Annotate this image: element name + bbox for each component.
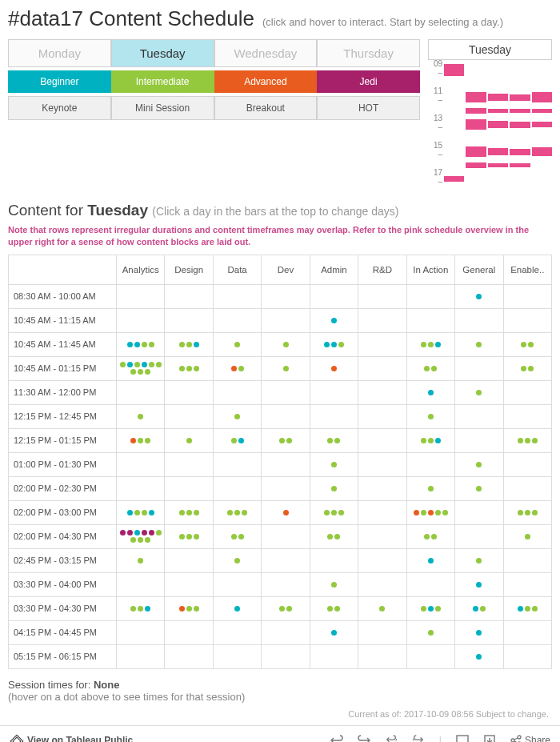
session-dot[interactable] [142,342,147,347]
session-dot[interactable] [525,534,530,539]
session-dot[interactable] [186,534,192,539]
session-dot[interactable] [179,342,185,347]
session-dot[interactable] [194,342,199,347]
session-dot[interactable] [525,606,530,612]
session-dot[interactable] [138,606,143,612]
session-dot[interactable] [428,342,434,347]
session-dot[interactable] [242,510,247,515]
session-dot[interactable] [138,537,143,543]
session-dot[interactable] [138,369,143,375]
session-dot[interactable] [518,606,523,612]
session-dot[interactable] [324,510,330,515]
session-dot[interactable] [528,342,534,347]
session-dot[interactable] [227,510,233,515]
session-dot[interactable] [283,510,289,515]
session-dot[interactable] [231,366,237,371]
session-dot[interactable] [476,462,482,467]
session-dot[interactable] [476,294,482,299]
session-dot[interactable] [521,342,526,347]
session-dot[interactable] [334,606,340,612]
col-admin[interactable]: Admin [310,255,358,284]
session-dot[interactable] [476,654,482,660]
download-icon[interactable] [483,734,496,742]
col-general[interactable]: General [455,255,503,284]
session-dot[interactable] [334,534,340,539]
session-dot[interactable] [186,510,192,515]
session-dot[interactable] [130,438,136,443]
session-dot[interactable] [476,558,482,564]
session-dot[interactable] [528,366,534,371]
session-dot[interactable] [473,606,478,612]
session-dot[interactable] [138,414,143,419]
session-dot[interactable] [428,438,434,443]
session-dot[interactable] [428,558,434,564]
session-dot[interactable] [331,342,337,347]
session-dot[interactable] [424,366,430,371]
session-dot[interactable] [442,510,448,515]
session-dot[interactable] [331,582,337,588]
session-dot[interactable] [428,606,434,612]
type-keynote[interactable]: Keynote [8,96,111,120]
session-dot[interactable] [130,606,136,612]
session-dot[interactable] [130,369,136,375]
session-dot[interactable] [435,438,441,443]
share-button[interactable]: Share [510,735,550,742]
session-dot[interactable] [186,342,192,347]
presentation-icon[interactable] [456,734,469,742]
view-on-public-button[interactable]: View on Tableau Public [10,734,133,742]
session-dot[interactable] [138,438,143,443]
session-dot[interactable] [421,510,426,515]
level-intermediate[interactable]: Intermediate [111,70,214,93]
session-dot[interactable] [194,606,199,612]
session-dot[interactable] [134,342,140,347]
session-dot[interactable] [145,369,150,375]
session-dot[interactable] [120,530,126,535]
session-dot[interactable] [424,534,430,539]
session-dot[interactable] [156,530,162,535]
session-dot[interactable] [194,534,199,539]
col-enable-[interactable]: Enable.. [503,255,552,284]
session-dot[interactable] [186,606,192,612]
session-dot[interactable] [127,362,133,367]
session-dot[interactable] [532,438,538,443]
session-dot[interactable] [145,537,150,543]
overview-chart[interactable]: Tuesday 09 –11 –13 –15 –17 – [428,39,552,186]
session-dot[interactable] [525,438,530,443]
col-in-action[interactable]: In Action [406,255,454,284]
session-dot[interactable] [331,486,337,491]
session-dot[interactable] [327,534,333,539]
session-dot[interactable] [234,414,240,419]
tab-wednesday[interactable]: Wednesday [214,39,318,67]
session-dot[interactable] [179,510,185,515]
session-dot[interactable] [518,438,523,443]
session-dot[interactable] [286,606,292,612]
session-dot[interactable] [331,366,337,371]
session-dot[interactable] [521,366,526,371]
session-dot[interactable] [421,342,426,347]
session-dot[interactable] [127,510,133,515]
session-dot[interactable] [283,366,289,371]
tab-thursday[interactable]: Thursday [317,39,420,67]
session-dot[interactable] [138,558,143,564]
type-breakout[interactable]: Breakout [214,96,318,120]
session-dot[interactable] [435,510,441,515]
session-dot[interactable] [145,606,150,612]
session-dot[interactable] [156,362,162,367]
level-advanced[interactable]: Advanced [214,70,318,93]
session-dot[interactable] [476,486,482,491]
session-dot[interactable] [431,366,437,371]
session-dot[interactable] [327,606,333,612]
session-dot[interactable] [414,510,419,515]
session-dot[interactable] [331,462,337,467]
refresh-icon[interactable] [412,734,425,742]
session-dot[interactable] [142,510,147,515]
session-dot[interactable] [238,534,244,539]
col-analytics[interactable]: Analytics [117,255,165,284]
session-dot[interactable] [179,366,185,371]
tab-monday[interactable]: Monday [8,39,111,67]
session-dot[interactable] [421,438,426,443]
session-dot[interactable] [532,510,538,515]
col-r-d[interactable]: R&D [358,255,406,284]
redo-icon[interactable] [358,734,370,742]
session-dot[interactable] [130,537,136,543]
